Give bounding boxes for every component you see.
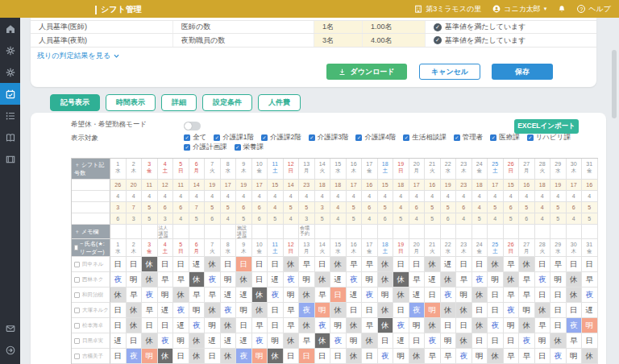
cancel-button[interactable]: キャンセル (419, 64, 480, 80)
shift-cell[interactable]: 遅 (173, 318, 189, 333)
shift-cell[interactable]: 休 (315, 272, 331, 287)
filter-checkbox[interactable]: ✓全て (184, 133, 206, 143)
shift-cell[interactable]: 明 (236, 303, 252, 318)
shift-cell[interactable]: 休 (582, 349, 598, 364)
memo-cell[interactable] (205, 225, 221, 239)
memo-cell[interactable] (519, 225, 535, 239)
shift-cell[interactable]: 日 (378, 333, 394, 349)
sidebar-item-manual[interactable] (0, 126, 20, 148)
notifications-button[interactable] (558, 5, 566, 13)
shift-cell[interactable]: 休 (252, 287, 268, 303)
download-button[interactable]: ダウンロード (326, 64, 407, 80)
shift-cell[interactable]: 明 (330, 318, 347, 333)
shift-cell[interactable]: 夜 (268, 287, 284, 303)
shift-cell[interactable]: 休 (519, 318, 535, 333)
shift-cell[interactable]: 夜 (173, 303, 189, 318)
shift-cell[interactable]: 明 (315, 303, 331, 318)
memo-cell[interactable] (393, 225, 409, 239)
shift-cell[interactable]: 早 (441, 349, 457, 364)
shift-cell[interactable]: 休 (252, 303, 268, 318)
shift-cell[interactable]: 日 (268, 318, 284, 333)
shift-cell[interactable]: 明 (535, 333, 551, 349)
save-button[interactable]: 保存 (492, 64, 553, 80)
shift-cell[interactable]: 明 (519, 303, 535, 318)
memo-cell[interactable] (550, 225, 567, 239)
memo-cell[interactable] (221, 225, 237, 239)
shift-cell[interactable]: 早 (127, 287, 143, 303)
shift-cell[interactable]: 夜 (425, 333, 441, 349)
shift-cell[interactable]: 遅 (221, 287, 237, 303)
shift-cell[interactable]: 明 (456, 287, 472, 303)
memo-cell[interactable] (110, 225, 127, 239)
shift-cell[interactable]: 早 (284, 318, 300, 333)
shift-cell[interactable]: 休 (299, 318, 315, 333)
staff-checkbox[interactable] (74, 354, 80, 359)
memo-cell[interactable] (472, 225, 488, 239)
shift-cell[interactable]: 夜 (582, 287, 598, 303)
shift-cell[interactable]: 休 (268, 349, 284, 364)
shift-cell[interactable]: 明 (284, 287, 300, 303)
shift-cell[interactable]: 休 (284, 257, 300, 272)
shift-cell[interactable]: 早 (504, 349, 520, 364)
shift-cell[interactable]: 休 (378, 303, 394, 318)
shift-cell[interactable]: 日 (315, 257, 331, 272)
shift-cell[interactable]: 日 (567, 257, 583, 272)
shift-cell[interactable]: 日 (252, 272, 268, 287)
filter-checkbox[interactable]: ✓管理者 (454, 133, 484, 143)
shift-cell[interactable]: 休 (378, 272, 394, 287)
shift-cell[interactable]: 休 (330, 257, 347, 272)
memo-cell[interactable] (425, 225, 441, 239)
shift-cell[interactable]: 早 (519, 272, 535, 287)
filter-checkbox[interactable]: ✓医療課 (490, 133, 520, 143)
shift-cell[interactable]: 明 (158, 287, 174, 303)
shift-cell[interactable]: 休 (299, 287, 315, 303)
shift-cell[interactable]: 夜 (252, 333, 268, 349)
shift-cell[interactable]: 早 (158, 272, 174, 287)
shift-cell[interactable]: 明 (268, 333, 284, 349)
shift-cell[interactable]: 休 (189, 272, 206, 287)
shift-cell[interactable]: 早 (205, 287, 221, 303)
shift-cell[interactable]: 日 (127, 257, 143, 272)
tab-2[interactable]: 時間表示 (106, 94, 156, 111)
memo-cell[interactable] (268, 225, 284, 239)
shift-cell[interactable]: 日 (409, 257, 426, 272)
sidebar-item-home[interactable] (0, 18, 20, 39)
shift-cell[interactable]: 早 (142, 303, 158, 318)
sidebar-item-shift-schedule[interactable] (0, 83, 20, 105)
shift-cell[interactable]: 日 (315, 349, 331, 364)
memo-cell[interactable] (127, 225, 143, 239)
shift-cell[interactable]: 早 (519, 349, 535, 364)
sidebar-item-settings-alt[interactable] (0, 61, 20, 83)
shift-symbol-count-label[interactable]: ＋ シフト記号数 (72, 159, 110, 180)
shift-cell[interactable]: 日 (110, 257, 127, 272)
shift-cell[interactable]: 早 (252, 318, 268, 333)
shift-cell[interactable]: 日 (142, 318, 158, 333)
shift-cell[interactable]: 遅 (236, 287, 252, 303)
shift-cell[interactable]: 遅 (110, 333, 127, 349)
shift-cell[interactable]: 夜 (299, 303, 315, 318)
shift-cell[interactable]: 明 (189, 303, 206, 318)
shift-cell[interactable]: 休 (472, 287, 488, 303)
memo-cell[interactable] (252, 225, 268, 239)
shift-cell[interactable]: 日 (221, 257, 237, 272)
shift-cell[interactable]: 早 (519, 287, 535, 303)
shift-cell[interactable]: 休 (205, 303, 221, 318)
filter-checkbox[interactable]: ✓介護課4階 (355, 133, 396, 143)
shift-cell[interactable]: 早 (567, 333, 583, 349)
shift-cell[interactable]: 休 (409, 349, 426, 364)
shift-cell[interactable]: 夜 (472, 272, 488, 287)
shift-cell[interactable]: 早 (299, 257, 315, 272)
shift-cell[interactable]: 早 (582, 272, 598, 287)
memo-cell[interactable] (347, 225, 363, 239)
shift-cell[interactable]: 明 (393, 349, 409, 364)
shift-cell[interactable]: 休 (315, 333, 331, 349)
shift-cell[interactable]: 休 (347, 349, 363, 364)
shift-cell[interactable]: 遅 (268, 272, 284, 287)
shift-cell[interactable]: 休 (110, 287, 127, 303)
shift-cell[interactable]: 休 (393, 272, 409, 287)
shift-cell[interactable]: 休 (330, 303, 347, 318)
memo-cell[interactable] (142, 225, 158, 239)
filter-checkbox[interactable]: ✓介護課3階 (309, 133, 349, 143)
shift-cell[interactable]: 遅 (236, 333, 252, 349)
memo-cell[interactable]: 会場予約 (299, 225, 315, 239)
